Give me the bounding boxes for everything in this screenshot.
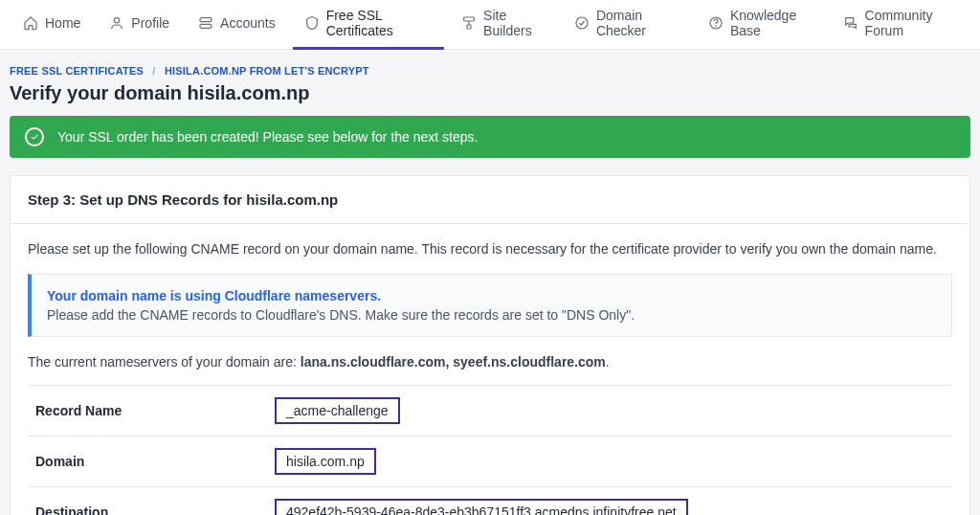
breadcrumb-sep: / xyxy=(152,65,155,77)
nav-accounts[interactable]: Accounts xyxy=(187,0,287,50)
breadcrumb: FREE SSL CERTIFICATES / HISILA.COM.NP FR… xyxy=(10,65,970,77)
svg-rect-2 xyxy=(200,24,212,28)
nameservers-line: The current nameservers of your domain a… xyxy=(28,354,952,369)
intro-text: Please set up the following CNAME record… xyxy=(28,241,952,257)
top-nav: Home Profile Accounts Free SSL Certifica… xyxy=(0,0,980,50)
svg-rect-4 xyxy=(467,25,471,29)
svg-point-5 xyxy=(576,17,588,29)
paint-icon xyxy=(461,15,477,31)
chat-icon xyxy=(843,15,858,31)
page-title: Verify your domain hisila.com.np xyxy=(10,82,970,104)
nav-domain-checker-label: Domain Checker xyxy=(596,8,679,38)
nav-knowledge-base[interactable]: Knowledge Base xyxy=(697,0,826,50)
label-destination: Destination xyxy=(28,487,267,516)
cell-domain: hisila.com.np xyxy=(267,437,952,487)
callout-body: Please add the CNAME records to Cloudfla… xyxy=(47,307,936,323)
nav-ssl-label: Free SSL Certificates xyxy=(326,8,433,38)
nav-home[interactable]: Home xyxy=(11,0,92,50)
check-circle-icon xyxy=(25,127,44,146)
callout-title: Your domain name is using Cloudflare nam… xyxy=(47,288,936,303)
cloudflare-callout: Your domain name is using Cloudflare nam… xyxy=(28,274,952,337)
nav-home-label: Home xyxy=(45,15,80,31)
nav-domain-checker[interactable]: Domain Checker xyxy=(563,0,691,50)
check-circle-icon xyxy=(574,15,590,31)
ns-suffix: . xyxy=(606,354,610,369)
nav-site-builders[interactable]: Site Builders xyxy=(450,0,557,50)
row-destination: Destination 492ef42b-5939-46ea-8de3-eb3b… xyxy=(28,487,952,516)
label-record-name: Record Name xyxy=(28,386,267,437)
ns-prefix: The current nameservers of your domain a… xyxy=(28,354,301,369)
alert-success: Your SSL order has been created! Please … xyxy=(10,116,970,158)
row-record-name: Record Name _acme-challenge xyxy=(28,386,952,437)
dns-records-table: Record Name _acme-challenge Domain hisil… xyxy=(28,385,952,515)
nav-ssl[interactable]: Free SSL Certificates xyxy=(293,0,444,50)
nav-profile[interactable]: Profile xyxy=(98,0,181,50)
nav-profile-label: Profile xyxy=(131,15,169,31)
user-icon xyxy=(109,15,124,31)
server-icon xyxy=(198,15,213,31)
breadcrumb-leaf: HISILA.COM.NP FROM LET'S ENCRYPT xyxy=(165,65,369,77)
value-domain[interactable]: hisila.com.np xyxy=(275,448,376,475)
cell-destination: 492ef42b-5939-46ea-8de3-eb3b67151ff3.acm… xyxy=(267,487,952,516)
shield-icon xyxy=(304,15,320,31)
nav-forum[interactable]: Community Forum xyxy=(832,0,969,50)
panel-body: Please set up the following CNAME record… xyxy=(11,224,969,515)
alert-message: Your SSL order has been created! Please … xyxy=(57,129,478,145)
main-content: FREE SSL CERTIFICATES / HISILA.COM.NP FR… xyxy=(0,50,980,515)
step-panel: Step 3: Set up DNS Records for hisila.co… xyxy=(10,175,970,515)
home-icon xyxy=(23,15,38,31)
value-record-name[interactable]: _acme-challenge xyxy=(275,397,400,424)
ns-list: lana.ns.cloudflare.com, syeef.ns.cloudfl… xyxy=(301,354,606,369)
nav-forum-label: Community Forum xyxy=(865,8,957,38)
cell-record-name: _acme-challenge xyxy=(267,386,952,437)
step-title: Step 3: Set up DNS Records for hisila.co… xyxy=(11,176,969,224)
svg-point-7 xyxy=(716,26,717,27)
row-domain: Domain hisila.com.np xyxy=(28,437,952,487)
value-destination[interactable]: 492ef42b-5939-46ea-8de3-eb3b67151ff3.acm… xyxy=(275,499,688,515)
svg-rect-3 xyxy=(464,17,475,21)
nav-knowledge-base-label: Knowledge Base xyxy=(730,8,814,38)
breadcrumb-root[interactable]: FREE SSL CERTIFICATES xyxy=(10,65,144,77)
svg-rect-1 xyxy=(200,18,212,22)
nav-site-builders-label: Site Builders xyxy=(483,8,546,38)
label-domain: Domain xyxy=(28,437,267,487)
nav-accounts-label: Accounts xyxy=(220,15,276,31)
question-icon xyxy=(708,15,724,31)
svg-point-0 xyxy=(115,18,120,23)
